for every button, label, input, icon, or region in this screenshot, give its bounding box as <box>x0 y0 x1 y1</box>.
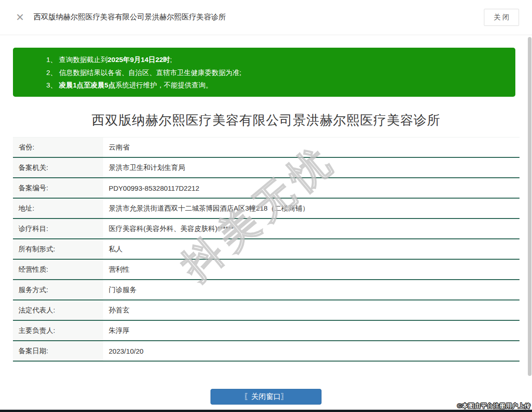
row-value: 景洪市卫生和计划生育局 <box>103 158 520 177</box>
notice-line-1: 1、 查询数据截止到2025年9月14日22时; <box>46 53 506 66</box>
vertical-scrollbar[interactable] <box>528 37 532 376</box>
row-value: 门诊服务 <box>103 280 520 300</box>
row-value: 朱淳厚 <box>103 321 520 340</box>
row-value: 云南省 <box>103 137 520 157</box>
page-title: 西双版纳赫尔熙医疗美容有限公司景洪赫尔熙医疗美容诊所 <box>0 112 532 129</box>
table-row-address: 地址: 景洪市允景洪街道西双十二城茶博园酒店A区3幢218（二楼商铺） <box>13 199 520 219</box>
table-row-principal: 主要负责人: 朱淳厚 <box>13 321 520 341</box>
notice-banner: 1、 查询数据截止到2025年9月14日22时; 2、 信息数据结果以各省、自治… <box>13 48 515 97</box>
row-label: 诊疗科目: <box>13 219 103 238</box>
row-value: 孙首玄 <box>103 300 520 320</box>
table-row-service-mode: 服务方式: 门诊服务 <box>13 280 520 300</box>
row-label: 备案机关: <box>13 158 103 177</box>
row-label: 经营性质: <box>13 260 103 279</box>
row-value: 医疗美容科(美容外科、美容皮肤科)****** <box>103 219 520 238</box>
row-value: 私人 <box>103 239 520 259</box>
row-label: 服务方式: <box>13 280 103 300</box>
bottom-divider-bar <box>0 410 532 412</box>
table-row-legal-representative: 法定代表人: 孙首玄 <box>13 300 520 321</box>
table-row-treatment-subjects: 诊疗科目: 医疗美容科(美容外科、美容皮肤科)****** <box>13 219 520 239</box>
notice-line-2: 2、 信息数据结果以各省、自治区、直辖市卫生健康委数据为准; <box>46 66 506 79</box>
table-row-business-nature: 经营性质: 营利性 <box>13 260 520 280</box>
row-label: 备案编号: <box>13 178 103 198</box>
row-label: 所有制形式: <box>13 239 103 259</box>
row-value: 2023/10/20 <box>103 341 520 361</box>
table-row-ownership-form: 所有制形式: 私人 <box>13 239 520 260</box>
table-row-filing-number: 备案编号: PDY00993-853280117D2212 <box>13 178 520 199</box>
row-label: 备案日期: <box>13 341 103 361</box>
window-title: 西双版纳赫尔熙医疗美容有限公司景洪赫尔熙医疗美容诊所 <box>33 12 226 22</box>
table-row-filing-authority: 备案机关: 景洪市卫生和计划生育局 <box>13 158 520 178</box>
row-value: 营利性 <box>103 260 520 279</box>
notice-line-3: 3、 凌晨1点至凌晨5点系统进行维护，不能提供查询。 <box>46 79 506 92</box>
row-label: 地址: <box>13 199 103 218</box>
upload-watermark: ©本图由平台注册用户上传 <box>457 402 531 410</box>
close-x-icon[interactable]: ✕ <box>16 12 24 23</box>
row-label: 省份: <box>13 137 103 157</box>
row-value: 景洪市允景洪街道西双十二城茶博园酒店A区3幢218（二楼商铺） <box>103 199 520 218</box>
row-label: 法定代表人: <box>13 300 103 320</box>
row-label: 主要负责人: <box>13 321 103 340</box>
registration-info-table: 省份: 云南省 备案机关: 景洪市卫生和计划生育局 备案编号: PDY00993… <box>13 137 520 362</box>
table-row-filing-date: 备案日期: 2023/10/20 <box>13 341 520 362</box>
close-window-button[interactable]: 〖关闭窗口〗 <box>210 389 322 405</box>
table-row-province: 省份: 云南省 <box>13 137 520 158</box>
close-button[interactable]: 关 闭 <box>484 9 519 26</box>
window-header: ✕ 西双版纳赫尔熙医疗美容有限公司景洪赫尔熙医疗美容诊所 关 闭 <box>0 0 532 35</box>
row-value: PDY00993-853280117D2212 <box>103 178 520 198</box>
